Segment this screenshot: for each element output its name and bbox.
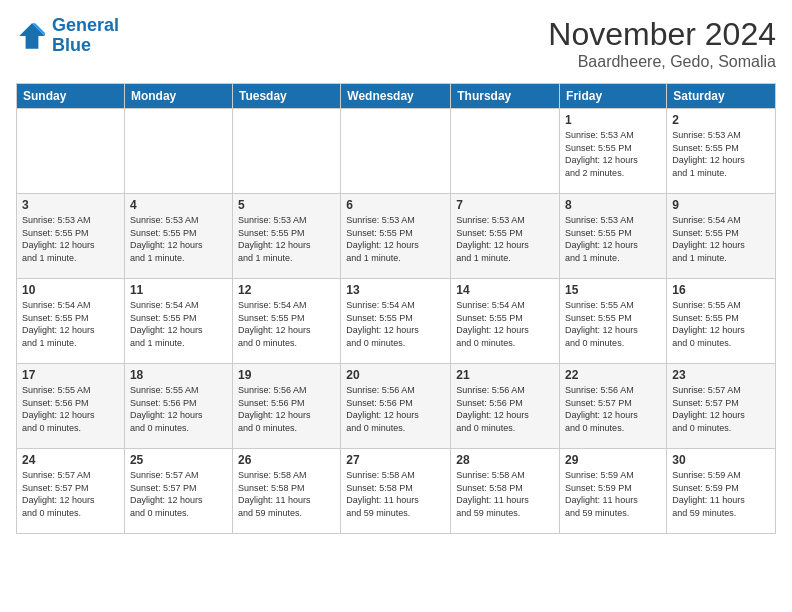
- calendar-header: SundayMondayTuesdayWednesdayThursdayFrid…: [17, 84, 776, 109]
- weekday-header: Saturday: [667, 84, 776, 109]
- calendar-cell: 22Sunrise: 5:56 AM Sunset: 5:57 PM Dayli…: [560, 364, 667, 449]
- day-info: Sunrise: 5:57 AM Sunset: 5:57 PM Dayligh…: [22, 469, 119, 519]
- day-number: 2: [672, 113, 770, 127]
- calendar-cell: 30Sunrise: 5:59 AM Sunset: 5:59 PM Dayli…: [667, 449, 776, 534]
- weekday-header: Friday: [560, 84, 667, 109]
- calendar-cell: 28Sunrise: 5:58 AM Sunset: 5:58 PM Dayli…: [451, 449, 560, 534]
- title-block: November 2024 Baardheere, Gedo, Somalia: [548, 16, 776, 71]
- day-number: 16: [672, 283, 770, 297]
- calendar-cell: [451, 109, 560, 194]
- day-number: 26: [238, 453, 335, 467]
- day-info: Sunrise: 5:54 AM Sunset: 5:55 PM Dayligh…: [456, 299, 554, 349]
- calendar: SundayMondayTuesdayWednesdayThursdayFrid…: [16, 83, 776, 534]
- day-number: 11: [130, 283, 227, 297]
- day-info: Sunrise: 5:58 AM Sunset: 5:58 PM Dayligh…: [346, 469, 445, 519]
- calendar-cell: 13Sunrise: 5:54 AM Sunset: 5:55 PM Dayli…: [341, 279, 451, 364]
- calendar-cell: 17Sunrise: 5:55 AM Sunset: 5:56 PM Dayli…: [17, 364, 125, 449]
- calendar-cell: 1Sunrise: 5:53 AM Sunset: 5:55 PM Daylig…: [560, 109, 667, 194]
- calendar-week-row: 10Sunrise: 5:54 AM Sunset: 5:55 PM Dayli…: [17, 279, 776, 364]
- calendar-cell: 2Sunrise: 5:53 AM Sunset: 5:55 PM Daylig…: [667, 109, 776, 194]
- weekday-header: Sunday: [17, 84, 125, 109]
- day-number: 19: [238, 368, 335, 382]
- day-number: 6: [346, 198, 445, 212]
- day-info: Sunrise: 5:53 AM Sunset: 5:55 PM Dayligh…: [22, 214, 119, 264]
- day-info: Sunrise: 5:56 AM Sunset: 5:57 PM Dayligh…: [565, 384, 661, 434]
- day-info: Sunrise: 5:54 AM Sunset: 5:55 PM Dayligh…: [130, 299, 227, 349]
- day-info: Sunrise: 5:54 AM Sunset: 5:55 PM Dayligh…: [22, 299, 119, 349]
- weekday-header: Monday: [124, 84, 232, 109]
- day-number: 17: [22, 368, 119, 382]
- day-number: 29: [565, 453, 661, 467]
- day-number: 4: [130, 198, 227, 212]
- calendar-cell: 29Sunrise: 5:59 AM Sunset: 5:59 PM Dayli…: [560, 449, 667, 534]
- logo: General Blue: [16, 16, 119, 56]
- day-number: 9: [672, 198, 770, 212]
- day-info: Sunrise: 5:53 AM Sunset: 5:55 PM Dayligh…: [672, 129, 770, 179]
- logo-line2: Blue: [52, 35, 91, 55]
- day-info: Sunrise: 5:55 AM Sunset: 5:56 PM Dayligh…: [22, 384, 119, 434]
- header: General Blue November 2024 Baardheere, G…: [16, 16, 776, 71]
- location: Baardheere, Gedo, Somalia: [548, 53, 776, 71]
- calendar-week-row: 17Sunrise: 5:55 AM Sunset: 5:56 PM Dayli…: [17, 364, 776, 449]
- day-number: 7: [456, 198, 554, 212]
- day-number: 18: [130, 368, 227, 382]
- day-number: 14: [456, 283, 554, 297]
- weekday-header: Tuesday: [232, 84, 340, 109]
- calendar-cell: 16Sunrise: 5:55 AM Sunset: 5:55 PM Dayli…: [667, 279, 776, 364]
- calendar-cell: 12Sunrise: 5:54 AM Sunset: 5:55 PM Dayli…: [232, 279, 340, 364]
- calendar-week-row: 24Sunrise: 5:57 AM Sunset: 5:57 PM Dayli…: [17, 449, 776, 534]
- day-number: 27: [346, 453, 445, 467]
- calendar-cell: 7Sunrise: 5:53 AM Sunset: 5:55 PM Daylig…: [451, 194, 560, 279]
- day-number: 5: [238, 198, 335, 212]
- svg-marker-0: [19, 23, 45, 49]
- logo-line1: General: [52, 15, 119, 35]
- day-number: 15: [565, 283, 661, 297]
- page: General Blue November 2024 Baardheere, G…: [0, 0, 792, 550]
- day-info: Sunrise: 5:58 AM Sunset: 5:58 PM Dayligh…: [238, 469, 335, 519]
- day-number: 20: [346, 368, 445, 382]
- day-number: 3: [22, 198, 119, 212]
- day-info: Sunrise: 5:54 AM Sunset: 5:55 PM Dayligh…: [238, 299, 335, 349]
- day-info: Sunrise: 5:55 AM Sunset: 5:55 PM Dayligh…: [672, 299, 770, 349]
- calendar-cell: 18Sunrise: 5:55 AM Sunset: 5:56 PM Dayli…: [124, 364, 232, 449]
- calendar-cell: 14Sunrise: 5:54 AM Sunset: 5:55 PM Dayli…: [451, 279, 560, 364]
- calendar-cell: 6Sunrise: 5:53 AM Sunset: 5:55 PM Daylig…: [341, 194, 451, 279]
- calendar-cell: [341, 109, 451, 194]
- calendar-cell: 26Sunrise: 5:58 AM Sunset: 5:58 PM Dayli…: [232, 449, 340, 534]
- day-info: Sunrise: 5:53 AM Sunset: 5:55 PM Dayligh…: [238, 214, 335, 264]
- calendar-body: 1Sunrise: 5:53 AM Sunset: 5:55 PM Daylig…: [17, 109, 776, 534]
- calendar-cell: 11Sunrise: 5:54 AM Sunset: 5:55 PM Dayli…: [124, 279, 232, 364]
- calendar-cell: [232, 109, 340, 194]
- weekday-row: SundayMondayTuesdayWednesdayThursdayFrid…: [17, 84, 776, 109]
- day-info: Sunrise: 5:53 AM Sunset: 5:55 PM Dayligh…: [130, 214, 227, 264]
- day-info: Sunrise: 5:58 AM Sunset: 5:58 PM Dayligh…: [456, 469, 554, 519]
- day-number: 28: [456, 453, 554, 467]
- calendar-cell: 21Sunrise: 5:56 AM Sunset: 5:56 PM Dayli…: [451, 364, 560, 449]
- day-info: Sunrise: 5:57 AM Sunset: 5:57 PM Dayligh…: [130, 469, 227, 519]
- day-info: Sunrise: 5:53 AM Sunset: 5:55 PM Dayligh…: [456, 214, 554, 264]
- calendar-week-row: 1Sunrise: 5:53 AM Sunset: 5:55 PM Daylig…: [17, 109, 776, 194]
- day-number: 21: [456, 368, 554, 382]
- weekday-header: Thursday: [451, 84, 560, 109]
- day-number: 13: [346, 283, 445, 297]
- day-info: Sunrise: 5:53 AM Sunset: 5:55 PM Dayligh…: [346, 214, 445, 264]
- calendar-cell: [17, 109, 125, 194]
- logo-icon: [16, 20, 48, 52]
- day-info: Sunrise: 5:53 AM Sunset: 5:55 PM Dayligh…: [565, 214, 661, 264]
- calendar-cell: 15Sunrise: 5:55 AM Sunset: 5:55 PM Dayli…: [560, 279, 667, 364]
- day-info: Sunrise: 5:59 AM Sunset: 5:59 PM Dayligh…: [672, 469, 770, 519]
- calendar-cell: 27Sunrise: 5:58 AM Sunset: 5:58 PM Dayli…: [341, 449, 451, 534]
- day-number: 22: [565, 368, 661, 382]
- day-info: Sunrise: 5:57 AM Sunset: 5:57 PM Dayligh…: [672, 384, 770, 434]
- day-info: Sunrise: 5:55 AM Sunset: 5:55 PM Dayligh…: [565, 299, 661, 349]
- day-number: 10: [22, 283, 119, 297]
- logo-text: General Blue: [52, 16, 119, 56]
- day-info: Sunrise: 5:56 AM Sunset: 5:56 PM Dayligh…: [238, 384, 335, 434]
- calendar-cell: 23Sunrise: 5:57 AM Sunset: 5:57 PM Dayli…: [667, 364, 776, 449]
- day-number: 30: [672, 453, 770, 467]
- day-number: 24: [22, 453, 119, 467]
- calendar-cell: 8Sunrise: 5:53 AM Sunset: 5:55 PM Daylig…: [560, 194, 667, 279]
- calendar-cell: 9Sunrise: 5:54 AM Sunset: 5:55 PM Daylig…: [667, 194, 776, 279]
- calendar-cell: 10Sunrise: 5:54 AM Sunset: 5:55 PM Dayli…: [17, 279, 125, 364]
- day-info: Sunrise: 5:56 AM Sunset: 5:56 PM Dayligh…: [456, 384, 554, 434]
